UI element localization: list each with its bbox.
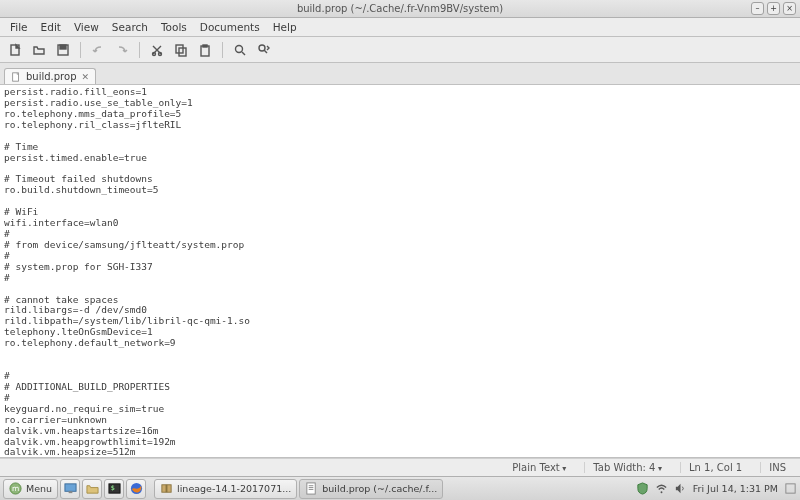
taskbar-item-editor[interactable]: build.prop (~/.cache/.f... — [299, 479, 443, 499]
window-maximize-button[interactable]: + — [767, 2, 780, 15]
window-close-button[interactable]: × — [783, 2, 796, 15]
desktop-taskbar: m Menu $ lineage-14.1-2017071... build.p… — [0, 476, 800, 500]
editor-statusbar: Plain Text Tab Width: 4 Ln 1, Col 1 INS — [0, 458, 800, 476]
svg-rect-14 — [65, 484, 76, 491]
cut-icon — [150, 43, 164, 57]
mint-menu-icon: m — [9, 482, 22, 495]
save-icon — [56, 43, 70, 57]
menu-documents[interactable]: Documents — [194, 19, 266, 35]
taskbar-item-archive[interactable]: lineage-14.1-2017071... — [154, 479, 297, 499]
svg-rect-2 — [60, 45, 66, 49]
firefox-icon — [130, 482, 143, 495]
svg-rect-26 — [786, 484, 795, 493]
status-insert-mode[interactable]: INS — [760, 462, 794, 473]
copy-icon — [174, 43, 188, 57]
copy-button[interactable] — [170, 40, 192, 60]
svg-text:m: m — [12, 484, 19, 493]
taskbar-item-label: lineage-14.1-2017071... — [177, 483, 291, 494]
find-replace-icon — [257, 43, 271, 57]
redo-button[interactable] — [111, 40, 133, 60]
menu-search[interactable]: Search — [106, 19, 154, 35]
svg-text:$: $ — [110, 484, 114, 492]
menu-help[interactable]: Help — [267, 19, 303, 35]
toolbar-separator — [139, 42, 140, 58]
find-button[interactable] — [229, 40, 251, 60]
folder-icon — [86, 482, 99, 495]
cut-button[interactable] — [146, 40, 168, 60]
undo-button[interactable] — [87, 40, 109, 60]
tab-build-prop[interactable]: build.prop ✕ — [4, 68, 96, 84]
shield-icon[interactable] — [636, 482, 649, 495]
paste-icon — [198, 43, 212, 57]
tab-close-button[interactable]: ✕ — [81, 72, 89, 82]
start-menu-label: Menu — [26, 483, 52, 494]
svg-rect-15 — [68, 491, 72, 493]
network-icon[interactable] — [655, 482, 668, 495]
status-language-selector[interactable]: Plain Text — [504, 462, 574, 473]
show-desktop-button[interactable] — [60, 479, 80, 499]
toolbar — [0, 37, 800, 63]
window-minimize-button[interactable]: – — [751, 2, 764, 15]
text-editor-icon — [305, 482, 318, 495]
toolbar-separator — [80, 42, 81, 58]
status-tab-width-selector[interactable]: Tab Width: 4 — [584, 462, 670, 473]
firefox-launcher[interactable] — [126, 479, 146, 499]
undo-icon — [91, 43, 105, 57]
svg-rect-20 — [166, 485, 168, 492]
new-file-button[interactable] — [4, 40, 26, 60]
menu-tools[interactable]: Tools — [155, 19, 193, 35]
search-icon — [233, 43, 247, 57]
save-file-button[interactable] — [52, 40, 74, 60]
window-titlebar: build.prop (~/.Cache/.fr-Vnm9BV/system) … — [0, 0, 800, 18]
start-menu-button[interactable]: m Menu — [3, 479, 58, 499]
terminal-launcher[interactable]: $ — [104, 479, 124, 499]
open-folder-icon — [32, 43, 46, 57]
svg-point-3 — [153, 52, 156, 55]
toolbar-separator — [222, 42, 223, 58]
svg-point-25 — [660, 491, 662, 493]
svg-point-4 — [159, 52, 162, 55]
taskbar-clock[interactable]: Fri Jul 14, 1:31 PM — [693, 483, 778, 494]
redo-icon — [115, 43, 129, 57]
open-file-button[interactable] — [28, 40, 50, 60]
tab-bar: build.prop ✕ — [0, 63, 800, 85]
svg-rect-21 — [307, 483, 315, 494]
desktop-icon — [64, 482, 77, 495]
terminal-icon: $ — [108, 482, 121, 495]
status-cursor-position: Ln 1, Col 1 — [680, 462, 750, 473]
taskbar-item-label: build.prop (~/.cache/.f... — [322, 483, 437, 494]
svg-point-9 — [236, 45, 243, 52]
volume-icon[interactable] — [674, 482, 687, 495]
window-title: build.prop (~/.Cache/.fr-Vnm9BV/system) — [0, 3, 800, 14]
menu-file[interactable]: File — [4, 19, 34, 35]
system-tray: Fri Jul 14, 1:31 PM — [636, 482, 797, 495]
paste-button[interactable] — [194, 40, 216, 60]
find-replace-button[interactable] — [253, 40, 275, 60]
file-manager-launcher[interactable] — [82, 479, 102, 499]
menu-edit[interactable]: Edit — [35, 19, 67, 35]
menu-view[interactable]: View — [68, 19, 105, 35]
archive-icon — [160, 482, 173, 495]
document-icon — [11, 72, 21, 82]
menubar: File Edit View Search Tools Documents He… — [0, 18, 800, 37]
new-file-icon — [8, 43, 22, 57]
session-icon[interactable] — [784, 482, 797, 495]
text-editor-area[interactable]: persist.radio.fill_eons=1 persist.radio.… — [0, 85, 800, 458]
svg-rect-8 — [203, 45, 207, 47]
tab-label: build.prop — [26, 71, 76, 82]
